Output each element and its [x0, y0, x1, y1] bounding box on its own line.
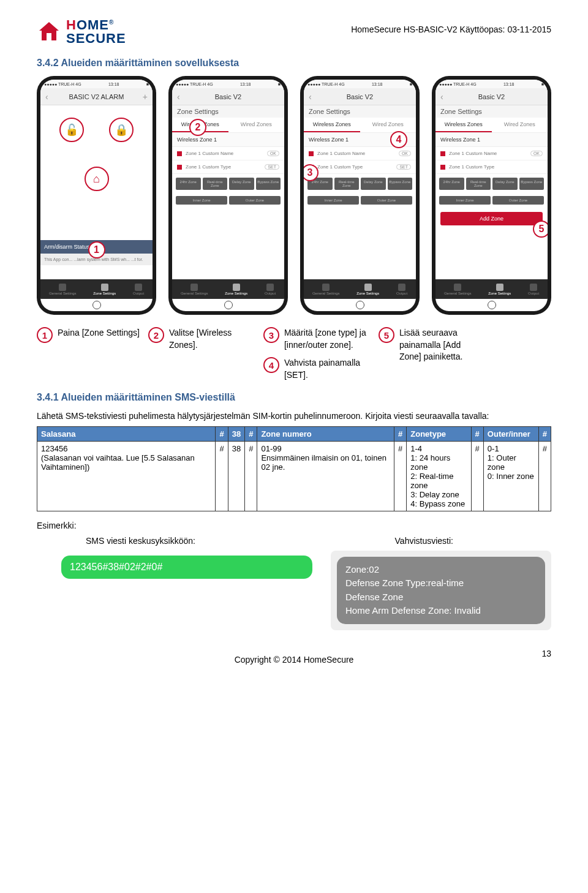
add-zone-button: Add Zone [440, 212, 543, 225]
page-number: 13 [541, 649, 551, 658]
tab-general: General Settings [49, 284, 77, 295]
sms-bubble: 123456#38#02#2#0# [61, 556, 312, 579]
step-5-text: Lisää seuraava painamalla [Add Zone] pai… [399, 327, 485, 363]
sms-example-area: 123456#38#02#2#0# Zone:02 Defense Zone T… [37, 551, 551, 630]
nav-title: Basic V2 [215, 93, 241, 100]
zone-type-row: Zone 1 Custom Type [186, 164, 231, 170]
marker-4: 4 [390, 131, 407, 148]
doc-title: HomeSecure HS-BASIC-V2 Käyttöopas: 03-11… [351, 24, 551, 34]
phone-1: ●●●●● TRUE-H 4G13:18■ ‹BASIC V2 ALARM+ 🔓… [37, 76, 156, 315]
intro-text: Lähetä SMS-tekstiviesti puhelimesta häly… [37, 410, 551, 423]
wireless-zone-1: Wireless Zone 1 [172, 133, 284, 147]
logo: HOME® SECURE [37, 18, 126, 45]
house-icon [37, 20, 61, 44]
reply-box: Zone:02 Defense Zone Type:real-time Defe… [331, 551, 551, 630]
status-time: 13:18 [108, 82, 119, 86]
back-icon: ‹ [45, 92, 48, 102]
ok-badge: OK [267, 151, 279, 156]
svg-rect-0 [47, 33, 51, 40]
copyright: Copyright © 2014 HomeSecure [235, 655, 354, 665]
home-button-icon [92, 301, 101, 309]
th-outer-inner: Outer/inner [483, 426, 538, 441]
marker-1: 1 [88, 241, 105, 258]
th-password: Salasana [37, 426, 216, 441]
logo-secure: SECURE [66, 32, 126, 45]
marker-5: 5 [533, 220, 548, 238]
phone-screenshots: ●●●●● TRUE-H 4G13:18■ ‹BASIC V2 ALARM+ 🔓… [37, 76, 551, 315]
marker-2: 2 [189, 119, 206, 136]
back-icon: ‹ [309, 92, 312, 102]
section-heading-1: 3.4.2 Alueiden määrittäminen sovellukses… [37, 58, 551, 69]
logo-home: HOME® [66, 18, 126, 32]
nav-title: BASIC V2 ALARM [69, 93, 124, 100]
td-password: 123456 (Salasanan voi vaihtaa. Lue [5.5 … [37, 441, 216, 511]
back-icon: ‹ [440, 92, 443, 102]
step-3-text: Määritä [zone type] ja [inner/outer zone… [284, 327, 370, 351]
th-zonetype: Zonetype [407, 426, 471, 441]
step-5-num: 5 [379, 327, 394, 343]
page-footer: 13 Copyright © 2014 HomeSecure [37, 655, 551, 665]
step-3-num: 3 [263, 327, 279, 343]
example-label: Esimerkki: [37, 520, 551, 532]
back-icon: ‹ [177, 92, 180, 102]
home-icon: ⌂ [85, 167, 109, 191]
sms-format-table: Salasana # 38 # Zone numero # Zonetype #… [37, 426, 551, 511]
phone-3: ●●●●● TRUE-H 4G13:18■ ‹Basic V2 Zone Set… [300, 76, 420, 315]
unlock-icon: 🔓 [59, 118, 84, 142]
page-header: HOME® SECURE HomeSecure HS-BASIC-V2 Käyt… [37, 18, 551, 45]
plus-icon: + [143, 92, 148, 102]
tab-wired: Wired Zones [228, 118, 285, 132]
step-1-num: 1 [37, 327, 53, 343]
section-heading-2: 3.4.1 Alueiden määrittäminen SMS-viestil… [37, 392, 551, 403]
step-1-text: Paina [Zone Settings] [58, 327, 140, 339]
step-2-num: 2 [148, 327, 164, 343]
td-zonetype: 1-4 1: 24 hours zone 2: Real-time zone 3… [407, 441, 471, 511]
zone-settings-sub: Zone Settings [172, 105, 284, 118]
set-badge: SET [265, 164, 279, 170]
step-4-text: Vahvista painamalla [SET]. [284, 357, 370, 381]
phone-4: ●●●●● TRUE-H 4G13:18■ ‹Basic V2 Zone Set… [432, 76, 551, 315]
td-outer-inner: 0-1 1: Outer zone 0: Inner zone [483, 441, 538, 511]
lock-icon: 🔒 [109, 118, 134, 142]
td-zone-number: 01-99 Ensimmäinen ilmaisin on 01, toinen… [257, 441, 394, 511]
step-4-num: 4 [263, 357, 279, 373]
tab-zone: Zone Settings [93, 284, 116, 295]
status-left: ●●●●● TRUE-H 4G [44, 82, 81, 86]
reply-label: Vahvistusviesti: [395, 536, 453, 546]
sms-label: SMS viesti keskusyksikköön: [86, 536, 195, 546]
status-right: ■ [146, 82, 149, 86]
phone-2: ●●●●● TRUE-H 4G13:18■ ‹Basic V2 Zone Set… [168, 76, 288, 315]
reply-bubble: Zone:02 Defense Zone Type:real-time Defe… [337, 557, 545, 624]
tab-output: Output [133, 284, 144, 295]
th-38: 38 [228, 426, 244, 441]
steps-row: 1Paina [Zone Settings] 2Valitse [Wireles… [37, 327, 551, 381]
td-38: 38 [228, 441, 244, 511]
th-zone-number: Zone numero [257, 426, 394, 441]
zone-name-row: Zone 1 Custom Name [186, 151, 233, 156]
step-2-text: Valitse [Wireless Zones]. [169, 327, 255, 351]
